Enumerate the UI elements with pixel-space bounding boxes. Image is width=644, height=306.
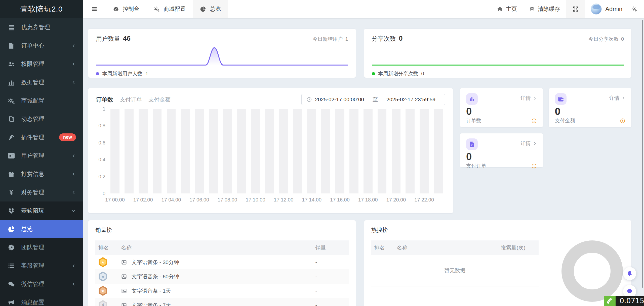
y-tick: 0.8 [98,123,105,129]
order-bar [234,109,249,193]
col-rank: 排名 [98,244,121,251]
table-row: 4 文字语音条 - 7天 - [95,298,349,306]
y-tick: 0.6 [98,140,105,145]
sidebar-item-support[interactable]: 客服管理 [0,257,83,275]
order-bar [305,109,319,193]
y-tick: 1 [103,106,105,112]
top-navbar: 控制台 商城配置 总览 主页 清除缓存 Admin [83,0,644,18]
item-name: 文字语音条 - 60分钟 [132,273,179,280]
order-bar [403,109,417,193]
summary-value: 0 [555,106,626,117]
order-bar [277,109,291,193]
tab-shop-config[interactable]: 商城配置 [146,0,193,18]
item-sales: - [315,274,346,280]
home-link[interactable]: 主页 [491,0,523,18]
sidebar-item-coupon[interactable]: 优惠券管理 [0,18,83,36]
detail-link[interactable]: 详情 [521,95,537,101]
sidebar-item-team[interactable]: 团队管理 [0,238,83,257]
tab-console[interactable]: 控制台 [106,0,146,18]
settings-gear-icon[interactable] [629,6,644,12]
sidebar-item-finance[interactable]: 财务管理 [0,183,83,201]
x-tick: 17 08:00 [220,193,234,205]
col-search-count: 搜索量(次) [490,244,536,251]
summary-value: 0 [466,106,537,117]
user-avatar[interactable] [591,4,602,15]
date-start-input[interactable]: 2025-02-17 00:00:00 [315,96,364,103]
file-icon [7,42,16,49]
chevron-left-icon [71,80,76,85]
sidebar-item-rewards[interactable]: 打赏信息 [0,165,83,183]
sidebar-item-users-mgmt[interactable]: 用户管理 [0,146,83,165]
sidebar-item-wechat[interactable]: 微信管理 [0,275,83,293]
sidebar-item-label: 数据管理 [21,78,44,86]
legend-value: 1 [145,71,148,77]
dropbox-icon [7,207,16,215]
col-name: 名称 [397,244,490,251]
order-bar [192,109,206,193]
image-icon [121,302,127,306]
summary-label: 订单数 [466,117,481,124]
detail-link[interactable]: 详情 [521,140,537,147]
sidebar-item-dynamics[interactable]: 动态管理 [0,110,83,128]
order-bar [220,109,234,193]
date-end-input[interactable]: 2025-02-17 23:59:59 [386,96,435,103]
trash-icon [529,6,535,12]
order-bar [361,109,375,193]
yen-icon [7,189,16,196]
rank-4-badge: 4 [98,300,107,306]
summary-value: 0 [466,151,537,162]
detail-link[interactable]: 详情 [609,95,625,101]
x-tick: 17 06:00 [192,193,206,205]
paid-amount-summary-card: 详情 0 支付金额 [549,88,632,127]
fullscreen-button[interactable] [566,0,585,18]
tab-paid-orders[interactable]: 支付订单 [120,96,142,104]
expand-arrows-icon [572,6,579,13]
sidebar-item-plugins[interactable]: 插件管理 new [0,128,83,146]
megaphone-icon [7,299,16,306]
user-count-card: 用户数量 46 今日新增用户1 本周新增用户人数 1 [88,29,356,78]
sidebar-toggle-button[interactable] [83,0,106,18]
home-icon [497,6,503,12]
col-sales: 销量 [315,244,346,251]
home-label: 主页 [506,5,517,13]
share-count-card: 分享次数 0 今日分享次数0 本周新增分享次数 0 [364,29,632,78]
sidebar-item-label: 壹软陪玩 [21,207,44,215]
chevron-left-icon [71,190,76,195]
sidebar: 壹软陪玩2.0 优惠券管理 订单中心 权限管理 数据管理 商城配置 动态管理 插… [0,0,83,306]
sales-rank-title: 销量榜 [95,226,349,234]
sales-rank-card: 销量榜 排名 名称 销量 ★ 文字语音条 - 30分钟 - ★ [88,220,356,306]
tab-label: 控制台 [123,5,139,13]
chevron-right-icon [533,141,537,145]
clear-cache-link[interactable]: 清除缓存 [523,0,566,18]
sidebar-item-orders[interactable]: 订单中心 [0,36,83,55]
sidebar-item-shop-config[interactable]: 商城配置 [0,91,83,110]
sidebar-item-data[interactable]: 数据管理 [0,73,83,91]
item-name: 文字语音条 - 7天 [132,302,171,306]
chevron-left-icon [71,43,76,48]
warning-circle-icon [531,118,537,124]
share-trend-chart [372,45,624,68]
sidebar-item-label: 用户管理 [21,152,44,160]
y-tick: 0 [103,191,105,196]
tab-order-count[interactable]: 订单数 [96,96,113,104]
user-name[interactable]: Admin [605,6,622,13]
chevron-right-icon [621,96,625,100]
order-bar [291,109,305,193]
vertical-scrollbar[interactable] [642,20,643,288]
image-icon [121,259,127,265]
notification-fab[interactable] [623,267,636,280]
tab-overview[interactable]: 总览 [193,0,228,18]
order-chart-yticks: 10.80.60.40.20 [96,109,108,193]
date-range-picker[interactable]: 2025-02-17 00:00:00 至 2025-02-17 23:59:5… [301,94,445,105]
sidebar-item-messages[interactable]: 消息配置 [0,293,83,306]
sidebar-item-yiruan-peiwan[interactable]: 壹软陪玩 [0,201,83,220]
sidebar-item-overview[interactable]: 总览 [0,220,83,238]
order-bar [108,109,122,193]
steam-icon [7,244,16,251]
sidebar-item-label: 商城配置 [21,97,44,105]
chevron-left-icon [71,62,76,66]
sidebar-item-permissions[interactable]: 权限管理 [0,55,83,73]
table-row: ★ 文字语音条 - 1天 - [95,284,349,298]
sidebar-item-label: 消息配置 [21,298,44,306]
tab-paid-amount[interactable]: 支付金额 [148,96,171,104]
